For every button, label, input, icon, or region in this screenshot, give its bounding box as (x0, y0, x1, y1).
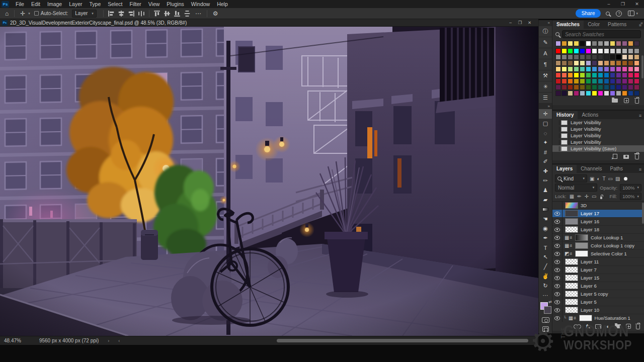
swatch[interactable] (555, 48, 561, 54)
swatch[interactable] (628, 66, 633, 72)
swatch[interactable] (634, 54, 639, 60)
swatch[interactable] (592, 84, 597, 90)
swatch[interactable] (555, 54, 561, 60)
layer-row[interactable]: ▦8Color Lookup 1 (552, 234, 644, 242)
swatch[interactable] (628, 60, 633, 66)
visibility-toggle[interactable] (552, 258, 562, 265)
brush-settings-panel-icon[interactable]: ✎ (539, 37, 552, 48)
properties-panel-icon[interactable]: ✳ (539, 81, 552, 93)
swatch[interactable] (616, 48, 621, 54)
swatch[interactable] (610, 90, 615, 96)
tab-history[interactable]: History (552, 111, 578, 119)
tab-channels[interactable]: Channels (577, 165, 606, 173)
menu-window[interactable]: Window (188, 1, 213, 7)
eyedropper-tool[interactable]: ✐ (539, 157, 552, 166)
swatch[interactable] (634, 41, 639, 46)
swatch[interactable] (580, 78, 585, 84)
visibility-toggle[interactable] (552, 282, 562, 290)
swatch[interactable] (622, 54, 627, 60)
swatch[interactable] (634, 66, 639, 72)
swatch[interactable] (604, 48, 609, 54)
menu-layer[interactable]: Layer (65, 1, 86, 7)
delete-state-icon[interactable] (635, 155, 639, 159)
swatch[interactable] (598, 66, 603, 72)
status-popup-chevron[interactable]: › (108, 338, 109, 343)
fill-dropdown[interactable]: 100% ▾ (620, 193, 641, 200)
quick-selection-tool[interactable]: ✦ (539, 138, 552, 147)
menu-view[interactable]: View (145, 1, 164, 7)
gradient-tool[interactable] (539, 205, 552, 214)
visibility-toggle[interactable] (552, 242, 562, 249)
swatch[interactable] (628, 48, 633, 54)
swatch[interactable] (574, 78, 579, 84)
swatch[interactable] (634, 48, 639, 54)
canvas-viewport[interactable] (0, 27, 538, 336)
swatch[interactable] (555, 84, 561, 90)
swatch[interactable] (586, 48, 591, 54)
layer-row[interactable]: Layer 17 (552, 210, 644, 218)
swatch[interactable] (561, 60, 567, 66)
swatch[interactable] (555, 90, 561, 96)
tab-swatches[interactable]: Swatches (552, 21, 584, 29)
layer-row[interactable]: Layer 16 (552, 218, 644, 226)
minimize-button[interactable]: – (602, 2, 616, 7)
swatch[interactable] (568, 54, 573, 60)
tab-patterns[interactable]: Patterns (604, 21, 630, 29)
swatch[interactable] (598, 41, 603, 46)
toolbar-collapse-chevrons[interactable]: » (539, 104, 552, 110)
swatch[interactable] (574, 90, 579, 96)
swatch[interactable] (580, 84, 585, 90)
doc-minimize-button[interactable]: – (506, 20, 515, 25)
close-button[interactable]: ✕ (630, 2, 644, 7)
history-state[interactable]: Layer Visibility (552, 139, 644, 145)
swatch[interactable] (574, 54, 579, 60)
filter-smart-objects-icon[interactable]: ▨ (615, 176, 620, 182)
distribute-horizontal-icon[interactable] (138, 10, 145, 17)
swatch[interactable] (568, 60, 573, 66)
swatch[interactable] (610, 60, 615, 66)
info-panel-icon[interactable]: ⓘ (539, 26, 552, 37)
layer-row[interactable]: Layer 10 (552, 306, 644, 314)
swatch[interactable] (586, 90, 591, 96)
dock-collapse-icon[interactable]: « (640, 21, 643, 26)
history-source-checkbox[interactable] (553, 146, 559, 151)
swatch[interactable] (561, 41, 567, 46)
visibility-toggle[interactable] (552, 234, 562, 241)
swatch[interactable] (628, 41, 633, 46)
type-tool[interactable]: T (539, 243, 552, 252)
horizontal-scrollbar-thumb[interactable] (277, 339, 528, 342)
panel-collapse-chevrons[interactable]: » (539, 20, 552, 26)
visibility-toggle[interactable] (552, 202, 562, 209)
swatch[interactable] (634, 90, 639, 96)
tab-paths[interactable]: Paths (606, 165, 627, 173)
swatch[interactable] (622, 72, 627, 78)
swatch[interactable] (610, 66, 615, 72)
swap-colors-icon[interactable]: ⇄ (548, 300, 552, 304)
history-state[interactable]: Layer Visibility (Save) (552, 145, 644, 152)
layer-row[interactable]: Layer 5 (552, 298, 644, 306)
swatch[interactable] (574, 48, 579, 54)
swatch[interactable] (561, 66, 567, 72)
swatch[interactable] (592, 48, 597, 54)
history-source-checkbox[interactable] (553, 127, 559, 132)
swatch[interactable] (616, 90, 621, 96)
swatch[interactable] (622, 41, 627, 46)
swatch[interactable] (610, 84, 615, 90)
swatch[interactable] (604, 90, 609, 96)
swatch[interactable] (568, 48, 573, 54)
swatch[interactable] (598, 84, 603, 90)
swatch[interactable] (634, 72, 639, 78)
swatch[interactable] (598, 72, 603, 78)
visibility-toggle[interactable] (552, 298, 562, 306)
layer-row[interactable]: ◩8Selective Color 1 (552, 250, 644, 258)
visibility-toggle[interactable] (552, 314, 562, 322)
pen-tool[interactable]: ✒ (539, 233, 552, 243)
new-swatch-icon[interactable] (624, 98, 629, 103)
swatch[interactable] (634, 78, 639, 84)
lasso-tool[interactable]: ◌ (539, 128, 552, 138)
delete-swatch-icon[interactable] (635, 99, 639, 104)
tab-actions[interactable]: Actions (578, 111, 602, 119)
swatch[interactable] (598, 78, 603, 84)
tab-layers[interactable]: Layers (552, 165, 577, 173)
scroll-left-chevron[interactable]: ‹ (118, 338, 120, 343)
